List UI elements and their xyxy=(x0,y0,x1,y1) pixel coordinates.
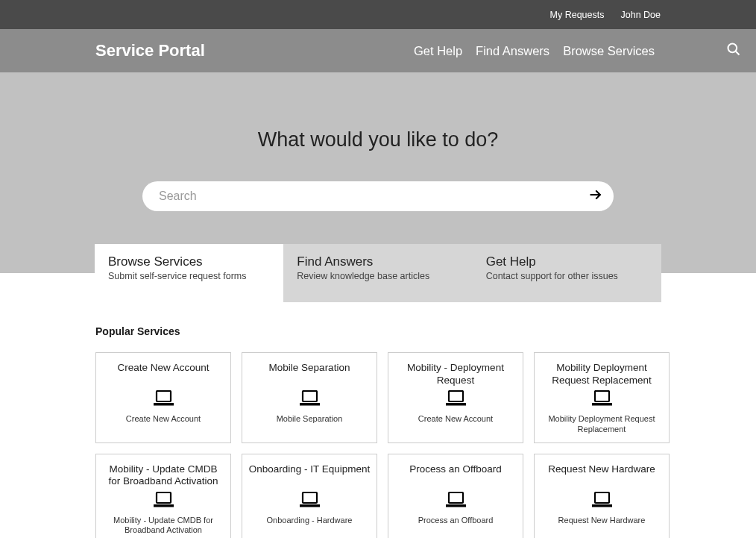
portal-title: Service Portal xyxy=(95,41,205,60)
svg-rect-12 xyxy=(154,504,174,507)
laptop-icon xyxy=(299,390,321,410)
service-card[interactable]: Onboarding - IT Equipment Onboarding - H… xyxy=(242,454,377,539)
service-card[interactable]: Mobility - Deployment Request Create New… xyxy=(388,352,523,443)
tab-title: Get Help xyxy=(486,254,648,269)
nav-find-answers[interactable]: Find Answers xyxy=(476,44,549,58)
user-name-link[interactable]: John Doe xyxy=(620,10,661,20)
service-card[interactable]: Mobility - Update CMDB for Broadband Act… xyxy=(95,454,231,539)
hero-title: What would you like to do? xyxy=(0,128,756,151)
card-title: Mobility - Deployment Request xyxy=(394,362,517,387)
nav-browse-services[interactable]: Browse Services xyxy=(563,44,655,58)
tab-title: Find Answers xyxy=(297,254,459,269)
card-title: Mobility Deployment Request Replacement xyxy=(541,362,663,387)
service-card[interactable]: Mobile Separation Mobile Separation xyxy=(242,352,377,443)
tab-sub: Submit self-service request forms xyxy=(108,271,270,281)
card-sub: Mobile Separation xyxy=(277,414,343,425)
tab-get-help[interactable]: Get Help Contact support for other issue… xyxy=(473,244,661,302)
svg-rect-13 xyxy=(303,492,317,503)
cards-grid: Create New Account Create New Account Mo… xyxy=(95,352,661,538)
svg-rect-10 xyxy=(592,403,612,406)
arrow-right-icon xyxy=(588,187,603,205)
tab-sub: Review knowledge base articles xyxy=(297,271,459,281)
svg-rect-17 xyxy=(595,492,609,503)
svg-rect-9 xyxy=(595,391,609,401)
laptop-icon xyxy=(591,492,613,511)
laptop-icon xyxy=(445,492,467,511)
tab-title: Browse Services xyxy=(108,254,270,269)
laptop-icon xyxy=(153,390,174,410)
search-input[interactable] xyxy=(142,181,614,211)
svg-rect-16 xyxy=(446,504,466,507)
tab-find-answers[interactable]: Find Answers Review knowledge base artic… xyxy=(283,244,472,302)
svg-rect-5 xyxy=(303,391,317,401)
card-sub: Mobility Deployment Request Replacement xyxy=(541,414,663,435)
service-card[interactable]: Create New Account Create New Account xyxy=(95,352,231,443)
content: Popular Services Create New Account Crea… xyxy=(0,273,756,538)
svg-point-0 xyxy=(728,44,737,53)
hero: What would you like to do? Browse Servic… xyxy=(0,72,756,273)
section-title: Popular Services xyxy=(95,325,661,337)
card-title: Process an Offboard xyxy=(409,463,502,489)
laptop-icon xyxy=(299,492,321,511)
card-sub: Create New Account xyxy=(418,414,493,425)
nav-get-help[interactable]: Get Help xyxy=(414,44,462,58)
laptop-icon xyxy=(445,390,467,410)
top-bar: My Requests John Doe xyxy=(0,0,756,29)
search-submit-button[interactable] xyxy=(588,187,603,205)
nav-bar: Service Portal Get Help Find Answers Bro… xyxy=(0,29,756,72)
svg-rect-8 xyxy=(446,403,466,406)
svg-rect-6 xyxy=(300,403,320,406)
my-requests-link[interactable]: My Requests xyxy=(550,10,605,20)
search-container xyxy=(142,181,614,211)
service-card[interactable]: Mobility Deployment Request Replacement … xyxy=(534,352,670,443)
card-sub: Process an Offboard xyxy=(418,516,494,526)
tab-sub: Contact support for other issues xyxy=(486,271,648,281)
card-title: Create New Account xyxy=(117,362,209,387)
svg-line-1 xyxy=(736,51,740,55)
card-title: Onboarding - IT Equipment xyxy=(249,463,371,489)
svg-rect-18 xyxy=(592,504,612,507)
service-card[interactable]: Process an Offboard Process an Offboard xyxy=(388,454,523,539)
laptop-icon xyxy=(153,492,174,511)
svg-rect-4 xyxy=(154,403,174,406)
card-sub: Request New Hardware xyxy=(558,516,646,526)
svg-rect-7 xyxy=(449,391,463,401)
svg-rect-14 xyxy=(300,504,320,507)
card-sub: Onboarding - Hardware xyxy=(267,516,353,526)
tabs-row: Browse Services Submit self-service requ… xyxy=(95,244,661,302)
nav-search-button[interactable] xyxy=(726,42,741,60)
svg-rect-15 xyxy=(449,492,463,503)
laptop-icon xyxy=(591,390,613,410)
nav-links: Get Help Find Answers Browse Services xyxy=(414,42,741,60)
card-sub: Mobility - Update CMDB for Broadband Act… xyxy=(102,516,224,537)
card-sub: Create New Account xyxy=(126,414,201,425)
svg-rect-11 xyxy=(157,492,171,503)
tab-browse-services[interactable]: Browse Services Submit self-service requ… xyxy=(95,244,283,302)
card-title: Mobile Separation xyxy=(269,362,350,387)
svg-rect-3 xyxy=(157,391,171,401)
card-title: Request New Hardware xyxy=(548,463,655,489)
search-icon xyxy=(726,42,741,60)
card-title: Mobility - Update CMDB for Broadband Act… xyxy=(102,463,224,489)
service-card[interactable]: Request New Hardware Request New Hardwar… xyxy=(534,454,670,539)
